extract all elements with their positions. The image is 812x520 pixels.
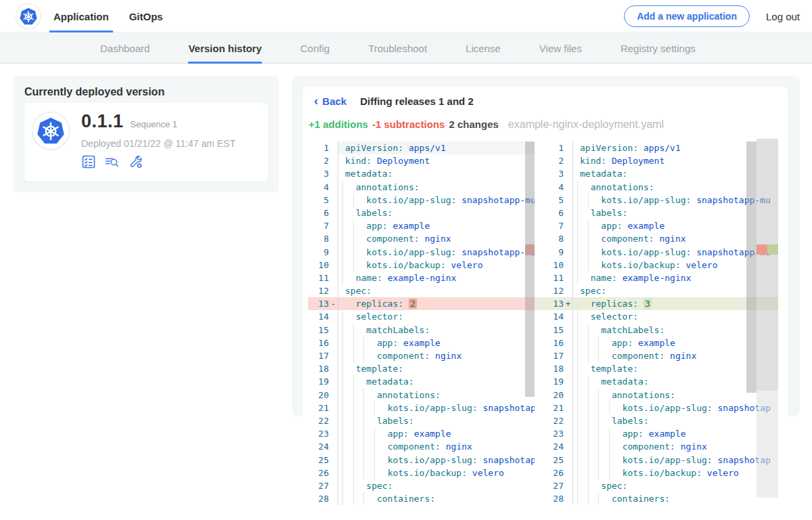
indent-guide xyxy=(598,402,599,414)
line-number: 26 xyxy=(308,467,329,479)
indent-guide xyxy=(577,454,578,467)
subtractions-count: -1 subtractions xyxy=(372,118,445,130)
line-number: 22 xyxy=(308,414,329,427)
indent-guide xyxy=(342,402,343,414)
top-nav-tabs: Application GitOps xyxy=(49,0,167,32)
tab-dashboard[interactable]: Dashboard xyxy=(100,32,150,64)
code-lines-modified: 1apiVersion: apps/v12kind: Deployment3me… xyxy=(535,142,778,505)
tab-troubleshoot[interactable]: Troubleshoot xyxy=(368,32,427,64)
indent-guide xyxy=(342,232,343,245)
indent-guide xyxy=(588,440,589,453)
diff-marker xyxy=(329,219,338,232)
line-number: 7 xyxy=(308,219,329,232)
indent-guide xyxy=(588,246,589,259)
indent-guide xyxy=(353,375,354,388)
diff-pane-modified[interactable]: 1apiVersion: apps/v12kind: Deployment3me… xyxy=(535,139,778,505)
line-number: 21 xyxy=(308,402,329,414)
line-number: 4 xyxy=(535,181,564,194)
indent-guide xyxy=(609,454,610,467)
line-number: 11 xyxy=(535,272,564,284)
indent-guide xyxy=(588,349,589,362)
diff-marker xyxy=(564,194,572,207)
code-text: component: nginx xyxy=(338,232,535,245)
code-text: spec: xyxy=(572,479,778,492)
add-application-button[interactable]: Add a new application xyxy=(624,5,750,27)
code-line: 13+replicas: 3 xyxy=(535,297,778,310)
kots-admin-console: Application GitOps Add a new application… xyxy=(0,0,812,520)
overview-added-mark xyxy=(767,244,778,255)
indent-guide xyxy=(588,467,589,479)
code-line: 14selector: xyxy=(308,310,535,323)
file-search-icon[interactable] xyxy=(105,154,120,169)
line-number: 3 xyxy=(535,167,564,180)
additions-count: +1 additions xyxy=(309,118,368,130)
indent-guide xyxy=(577,375,578,388)
logout-button[interactable]: Log out xyxy=(766,11,800,22)
diff-marker: + xyxy=(564,297,572,310)
indent-guide xyxy=(363,414,364,427)
tab-version-history[interactable]: Version history xyxy=(188,32,261,64)
line-number: 24 xyxy=(535,440,564,453)
code-line: 28containers: xyxy=(535,492,778,505)
code-line: 18template: xyxy=(535,362,778,375)
tab-view-files[interactable]: View files xyxy=(539,32,582,64)
tab-application[interactable]: Application xyxy=(49,0,113,32)
code-text: annotations: xyxy=(338,389,535,402)
diff-marker xyxy=(329,142,338,154)
line-number: 4 xyxy=(308,181,329,194)
indent-guide xyxy=(598,389,599,402)
indent-guide xyxy=(598,349,599,362)
indent-guide xyxy=(342,492,343,505)
diff-title: Diffing releases 1 and 2 xyxy=(360,95,474,107)
line-number: 25 xyxy=(535,454,564,467)
diff-marker xyxy=(329,362,338,375)
diff-pane-original[interactable]: 1apiVersion: apps/v12kind: Deployment3me… xyxy=(308,139,535,505)
indent-guide xyxy=(577,479,578,492)
line-number: 1 xyxy=(308,142,329,154)
diff-marker xyxy=(329,349,338,362)
indent-guide xyxy=(588,402,589,414)
tab-config[interactable]: Config xyxy=(300,32,330,64)
code-line: 11name: example-nginx xyxy=(535,272,778,284)
diff-marker xyxy=(329,402,338,414)
indent-guide xyxy=(577,310,578,323)
deployed-version-tile: 0.1.1 Sequence 1 Deployed 01/21/22 @ 11:… xyxy=(24,103,268,181)
diff-marker xyxy=(329,492,338,505)
tab-registry-settings[interactable]: Registry settings xyxy=(621,32,696,64)
line-number: 12 xyxy=(535,284,564,297)
indent-guide xyxy=(588,259,589,272)
code-text: apiVersion: apps/v1 xyxy=(338,142,535,154)
indent-guide xyxy=(342,362,343,375)
back-link[interactable]: ‹ Back xyxy=(314,95,346,107)
indent-guide xyxy=(353,324,354,337)
code-text: spec: xyxy=(338,479,535,492)
indent-guide xyxy=(342,324,343,337)
indent-guide xyxy=(353,479,354,492)
scrollbar-thumb[interactable] xyxy=(525,142,535,397)
overview-removed-mark xyxy=(757,244,767,255)
line-number: 20 xyxy=(535,389,564,402)
config-wrench-gear-icon[interactable] xyxy=(129,154,143,169)
line-number: 2 xyxy=(308,154,329,167)
code-lines-original: 1apiVersion: apps/v12kind: Deployment3me… xyxy=(308,142,535,505)
indent-guide xyxy=(588,337,589,349)
tab-license[interactable]: License xyxy=(466,32,501,64)
diff-marker xyxy=(329,232,338,245)
line-number: 9 xyxy=(308,246,329,259)
indent-guide xyxy=(598,427,599,440)
tab-gitops[interactable]: GitOps xyxy=(125,0,167,32)
diff-marker xyxy=(329,389,338,402)
code-line: 14selector: xyxy=(535,310,778,323)
diff-marker xyxy=(329,272,338,284)
indent-guide xyxy=(363,337,364,349)
line-number: 8 xyxy=(308,232,329,245)
diff-marker xyxy=(564,232,572,245)
code-line: 26kots.io/backup: velero xyxy=(535,467,778,479)
scrollbar-thumb[interactable] xyxy=(746,142,757,393)
line-number: 13 xyxy=(308,297,329,310)
code-text: app: example xyxy=(572,427,778,440)
release-notes-checklist-icon[interactable] xyxy=(81,154,96,169)
indent-guide xyxy=(353,402,354,414)
diff-marker xyxy=(564,324,572,337)
diff-marker xyxy=(564,375,572,388)
